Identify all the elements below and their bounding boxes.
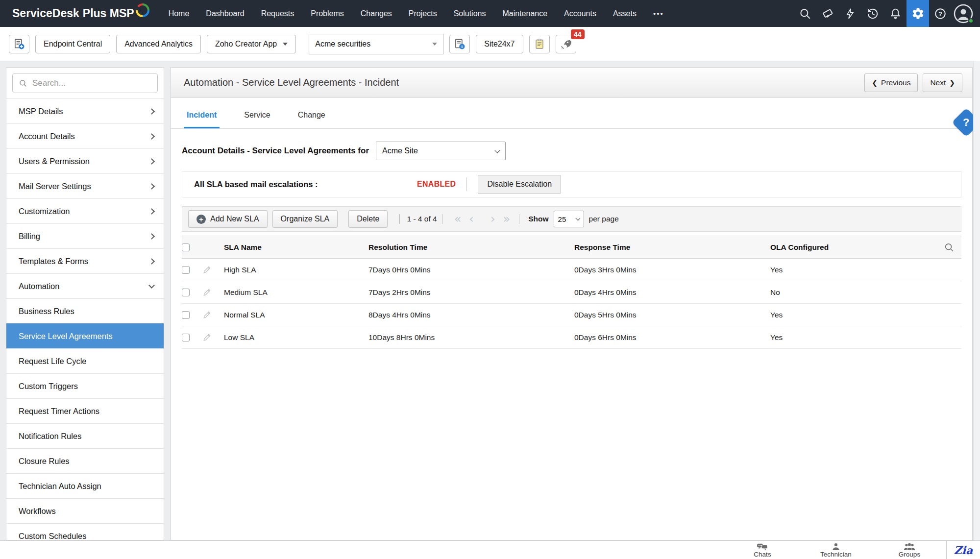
sidebar-group-mail-server-settings[interactable]: Mail Server Settings: [6, 173, 164, 198]
sidebar-search-input[interactable]: [32, 78, 151, 88]
svg-text:?: ?: [938, 10, 942, 17]
endpoint-central-button[interactable]: Endpoint Central: [35, 35, 110, 53]
page-size-selector[interactable]: 25: [554, 211, 584, 227]
edit-pencil-icon[interactable]: [202, 288, 212, 297]
nav-item-problems[interactable]: Problems: [311, 9, 344, 18]
nav-item-accounts[interactable]: Accounts: [564, 9, 596, 18]
global-search-icon[interactable]: [794, 0, 816, 27]
integration-toolbar: Endpoint Central Advanced Analytics Zoho…: [0, 27, 980, 61]
nav-icon-group: ?: [794, 0, 980, 27]
resolution-time-cell: 10Days 8Hrs 0Mins: [368, 333, 574, 342]
tab-change[interactable]: Change: [295, 111, 328, 128]
dock-technician[interactable]: Technician: [799, 541, 873, 559]
dock-groups[interactable]: Groups: [873, 541, 946, 559]
scrollbar[interactable]: [973, 61, 980, 540]
row-checkbox[interactable]: [182, 334, 190, 341]
row-checkbox[interactable]: [182, 289, 190, 296]
site-selector[interactable]: Acme Site: [376, 142, 506, 160]
user-avatar[interactable]: [954, 4, 973, 24]
page-header: Automation - Service Level Agreements - …: [171, 68, 972, 98]
sidebar-group-customization[interactable]: Customization: [6, 198, 164, 223]
account-selector[interactable]: Acme securities: [309, 34, 443, 54]
table-search-icon[interactable]: [944, 242, 955, 255]
sidebar-item-closure-rules[interactable]: Closure Rules: [6, 448, 164, 473]
previous-page-icon[interactable]: [469, 213, 474, 225]
previous-button[interactable]: Previous: [864, 73, 918, 92]
advanced-analytics-button[interactable]: Advanced Analytics: [116, 35, 201, 53]
help-icon[interactable]: ?: [929, 0, 952, 27]
site24x7-button[interactable]: Site24x7: [476, 35, 523, 53]
ola-configured-cell: Yes: [770, 333, 961, 342]
clipboard-icon: [534, 38, 545, 50]
nav-item-home[interactable]: Home: [169, 9, 190, 18]
nav-overflow-icon[interactable]: [653, 9, 664, 18]
edit-pencil-icon[interactable]: [202, 333, 212, 342]
tab-service[interactable]: Service: [241, 111, 273, 128]
settings-gear-icon[interactable]: [906, 0, 929, 27]
chevron-right-icon: [148, 133, 155, 140]
sidebar-item-request-life-cycle[interactable]: Request Life Cycle: [6, 348, 164, 373]
dock-chats[interactable]: Chats: [726, 541, 799, 559]
row-checkbox[interactable]: [182, 311, 190, 319]
sidebar-item-custom-triggers[interactable]: Custom Triggers: [6, 373, 164, 398]
sidebar-group-users-permission[interactable]: Users & Permission: [6, 148, 164, 173]
first-page-icon[interactable]: [454, 213, 462, 225]
sidebar-item-workflows[interactable]: Workflows: [6, 498, 164, 523]
edit-pencil-icon[interactable]: [202, 310, 212, 319]
add-document-button[interactable]: [9, 35, 29, 53]
nav-item-requests[interactable]: Requests: [261, 9, 294, 18]
sidebar-group-billing[interactable]: Billing: [6, 223, 164, 248]
resolution-time-cell: 7Days 2Hrs 0Mins: [368, 288, 574, 297]
zia-assistant-button[interactable]: Zia: [947, 541, 980, 559]
add-ticket-icon[interactable]: [816, 0, 839, 27]
main-content: Automation - Service Level Agreements - …: [171, 67, 973, 540]
sidebar-group-automation[interactable]: Automation: [6, 273, 164, 298]
add-new-sla-button[interactable]: + Add New SLA: [188, 210, 268, 228]
nav-item-maintenance[interactable]: Maintenance: [502, 9, 547, 18]
nav-menu: Home Dashboard Requests Problems Changes…: [169, 9, 664, 18]
app-logo[interactable]: ServiceDesk Plus MSP: [12, 7, 150, 20]
sla-name-cell: Medium SLA: [224, 288, 368, 297]
sidebar-item-request-timer-actions[interactable]: Request Timer Actions: [6, 398, 164, 423]
history-icon[interactable]: [861, 0, 884, 27]
nav-item-changes[interactable]: Changes: [361, 9, 392, 18]
account-info-button[interactable]: i: [449, 35, 470, 53]
nav-item-dashboard[interactable]: Dashboard: [206, 9, 244, 18]
notifications-bell-icon[interactable]: [884, 0, 906, 27]
pagination-range: 1 - 4 of 4: [407, 215, 437, 223]
escalation-status-badge: ENABLED: [417, 180, 456, 189]
row-checkbox[interactable]: [182, 266, 190, 274]
sidebar-group-account-details[interactable]: Account Details: [6, 123, 164, 148]
sidebar-item-service-level-agreements[interactable]: Service Level Agreements: [6, 323, 164, 348]
next-page-icon[interactable]: [490, 213, 495, 225]
svg-text:i: i: [462, 44, 463, 49]
zoho-creator-label: Zoho Creator App: [215, 40, 277, 49]
sidebar-item-custom-schedules[interactable]: Custom Schedules: [6, 523, 164, 540]
zoho-creator-dropdown[interactable]: Zoho Creator App: [207, 35, 296, 53]
sidebar-item-notification-rules[interactable]: Notification Rules: [6, 423, 164, 448]
nav-item-assets[interactable]: Assets: [613, 9, 637, 18]
sla-name-cell: High SLA: [224, 266, 368, 274]
next-button[interactable]: Next: [923, 73, 962, 92]
chevron-down-icon: [148, 282, 155, 289]
select-all-checkbox[interactable]: [182, 243, 190, 251]
sla-name-cell: Low SLA: [224, 333, 368, 342]
sidebar-item-technician-auto-assign[interactable]: Technician Auto Assign: [6, 473, 164, 498]
nav-item-solutions[interactable]: Solutions: [454, 9, 486, 18]
whats-new-button[interactable]: 44: [556, 35, 576, 53]
notes-button[interactable]: [529, 35, 550, 53]
show-label: Show: [528, 215, 548, 223]
sidebar-group-templates-forms[interactable]: Templates & Forms: [6, 248, 164, 273]
ola-configured-cell: Yes: [770, 266, 961, 274]
organize-sla-button[interactable]: Organize SLA: [272, 210, 338, 228]
last-page-icon[interactable]: [503, 213, 511, 225]
sidebar-search: [12, 73, 158, 93]
tab-incident[interactable]: Incident: [184, 111, 220, 128]
quick-actions-icon[interactable]: [839, 0, 861, 27]
nav-item-projects[interactable]: Projects: [409, 9, 437, 18]
delete-button[interactable]: Delete: [348, 210, 388, 228]
sidebar-item-business-rules[interactable]: Business Rules: [6, 298, 164, 323]
edit-pencil-icon[interactable]: [202, 265, 212, 274]
sidebar-group-msp-details[interactable]: MSP Details: [6, 98, 164, 123]
disable-escalation-button[interactable]: Disable Escalation: [478, 175, 561, 194]
